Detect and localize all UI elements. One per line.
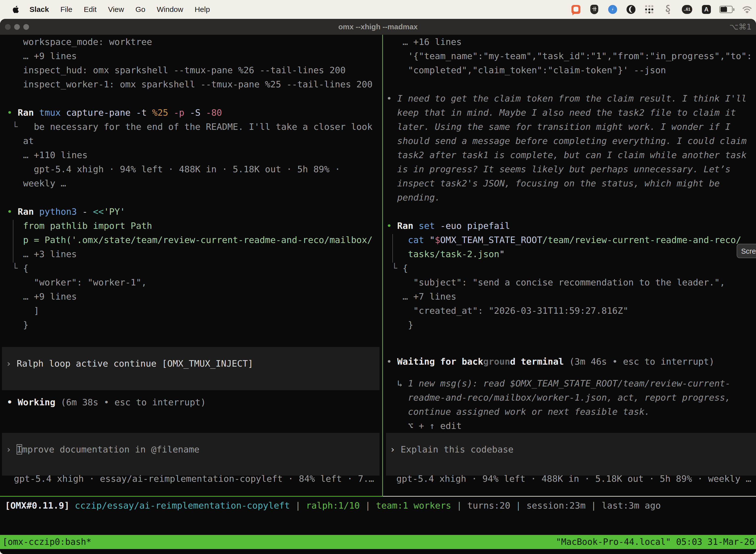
terminal-line: weekly … bbox=[7, 176, 382, 190]
squiggle-icon[interactable] bbox=[662, 4, 673, 15]
terminal-line: … +16 lines bbox=[386, 35, 756, 49]
omx-status-line: [OMX#0.11.9] cczip/essay/ai-reimplementa… bbox=[5, 498, 756, 512]
tmux-host-clock: "MacBook-Pro-44.local" 05:03 31-Mar-26 bbox=[556, 535, 755, 549]
indent-guide bbox=[13, 220, 13, 263]
terminal-line: cat "$OMX_TEAM_STATE_ROOT/team/review-cu… bbox=[386, 233, 756, 247]
apple-menu-icon[interactable] bbox=[12, 5, 20, 14]
terminal-line: should send a message before completing … bbox=[386, 134, 756, 148]
terminal-line: inspect_worker-1: omx sparkshell --tmux-… bbox=[7, 77, 382, 91]
terminal-line: … +3 lines bbox=[7, 247, 382, 261]
terminal-line: … +7 lines bbox=[386, 289, 756, 303]
menu-item-file[interactable]: File bbox=[55, 5, 78, 14]
terminal-line: workspace_mode: worktree bbox=[7, 35, 382, 49]
terminal-line: from pathlib import Path bbox=[7, 219, 382, 233]
terminal-line: "completed","claim_token":"claim-token"}… bbox=[386, 63, 756, 77]
terminal-line: } bbox=[386, 318, 756, 332]
terminal-line: } bbox=[7, 318, 382, 332]
terminal-line: inspect task2's JSON, focusing on the st… bbox=[386, 176, 756, 190]
shield-icon[interactable] bbox=[589, 4, 600, 15]
terminal-window: omx --xhigh --madmax ⌥⌘1 workspace_mode:… bbox=[0, 19, 756, 554]
terminal-line: "subject": "send a concise recommendatio… bbox=[386, 275, 756, 289]
mailbox-message-block: ↳ 1 new msg(s): read $OMX_TEAM_STATE_ROO… bbox=[386, 376, 731, 433]
terminal-line bbox=[7, 91, 382, 106]
terminal-line: … +9 lines bbox=[7, 289, 382, 303]
terminal-line: task2 after task1 is complete, but can I… bbox=[386, 148, 756, 162]
count-badge-label: ..61 bbox=[682, 5, 692, 14]
screen: Slack File Edit View Go Window Help bbox=[0, 0, 756, 554]
text-cursor[interactable]: I bbox=[17, 444, 22, 454]
omx-status-bar: [OMX#0.11.9] cczip/essay/ai-reimplementa… bbox=[5, 498, 756, 512]
active-pane-border bbox=[0, 496, 382, 497]
input-source-icon[interactable]: A bbox=[701, 4, 712, 15]
terminal-line: tasks/task-2.json" bbox=[386, 247, 756, 261]
terminal-line bbox=[386, 77, 756, 91]
right-pane-output: … +16 lines '{"team_name":"my-team","tas… bbox=[383, 35, 756, 332]
terminal-line: pending. bbox=[386, 190, 756, 205]
speed-icon[interactable] bbox=[607, 4, 618, 15]
moon-icon[interactable] bbox=[626, 4, 636, 15]
ralph-loop-status-line: › Ralph loop active continue [OMX_TMUX_I… bbox=[2, 356, 379, 371]
wifi-icon[interactable] bbox=[742, 4, 753, 15]
mailbox-message-line: continue assigned work or next feasible … bbox=[386, 404, 731, 419]
left-pane-status: gpt-5.4 xhigh · essay/ai-reimplementatio… bbox=[14, 472, 374, 486]
right-prompt-input[interactable]: › Explain this codebase bbox=[386, 433, 756, 476]
input-source-label: A bbox=[702, 5, 711, 14]
terminal-line: gpt-5.4 xhigh · 94% left · 488K in · 5.1… bbox=[7, 162, 382, 176]
menu-item-slack[interactable]: Slack bbox=[24, 5, 55, 14]
terminal-line: "worker": "worker-1", bbox=[7, 275, 382, 289]
terminal-line: inspect_hud: omx sparkshell --tmux-pane … bbox=[7, 63, 382, 77]
tmux-status-bar: [omx-cczip0:bash* "MacBook-Pro-44.local"… bbox=[0, 535, 756, 549]
mailbox-message-line: readme-and-reco/mailbox/worker-1.json, a… bbox=[386, 390, 731, 404]
terminal-line: • Ran tmux capture-pane -t %25 -p -S -80 bbox=[7, 106, 382, 120]
terminal-line: └ { bbox=[386, 261, 756, 275]
terminal-line: ] bbox=[7, 303, 382, 318]
window-shortcut: ⌥⌘1 bbox=[730, 19, 752, 35]
working-status: • Working (6m 38s • esc to interrupt) bbox=[7, 395, 206, 409]
terminal-line: p = Path('.omx/state/team/review-current… bbox=[7, 233, 382, 247]
menu-item-help[interactable]: Help bbox=[189, 5, 216, 14]
chat-icon[interactable] bbox=[570, 4, 581, 15]
dots-grid-icon[interactable] bbox=[644, 4, 655, 15]
terminal-line: is in progress? It seems likely but perh… bbox=[386, 162, 756, 176]
terminal-line: keep that in mind. Maybe I also need the… bbox=[386, 106, 756, 120]
window-title-bar[interactable]: omx --xhigh --madmax ⌥⌘1 bbox=[0, 19, 756, 35]
left-prompt-input[interactable]: › Improve documentation in @filename bbox=[2, 433, 379, 476]
tmux-session-label[interactable]: [omx-cczip0:bash* bbox=[2, 535, 91, 549]
screen-share-tooltip: Scre bbox=[737, 244, 756, 258]
terminal-line bbox=[7, 190, 382, 205]
window-title: omx --xhigh --madmax bbox=[0, 19, 756, 35]
menu-item-edit[interactable]: Edit bbox=[78, 5, 103, 14]
indent-guide bbox=[392, 234, 393, 263]
menu-bar: Slack File Edit View Go Window Help bbox=[0, 0, 756, 19]
terminal-line bbox=[386, 205, 756, 219]
terminal-line: at bbox=[7, 134, 382, 148]
terminal-line: └ be necessary for the end of the README… bbox=[7, 120, 382, 134]
right-model-status-line: gpt-5.4 xhigh · 94% left · 488K in · 5.1… bbox=[396, 472, 751, 486]
battery-icon[interactable] bbox=[719, 4, 734, 15]
mailbox-message-line: ↳ 1 new msg(s): read $OMX_TEAM_STATE_ROO… bbox=[386, 376, 731, 390]
right-prompt-line: › Explain this codebase bbox=[386, 442, 756, 456]
waiting-status-line: • Waiting for background terminal (3m 46… bbox=[386, 354, 714, 369]
terminal-line: … +9 lines bbox=[7, 49, 382, 63]
terminal-line: └ { bbox=[7, 261, 382, 275]
inactive-pane-border bbox=[383, 496, 756, 497]
ralph-loop-panel: › Ralph loop active continue [OMX_TMUX_I… bbox=[2, 347, 379, 390]
left-model-status-line: gpt-5.4 xhigh · essay/ai-reimplementatio… bbox=[14, 472, 374, 486]
menu-item-go[interactable]: Go bbox=[130, 5, 151, 14]
terminal-line: • I need to get the claim token from the… bbox=[386, 91, 756, 106]
count-badge-icon[interactable]: ..61 bbox=[681, 4, 693, 15]
terminal-line: later. Using the same for transition mig… bbox=[386, 120, 756, 134]
terminal-line: '{"team_name":"my-team","task_id":"1","f… bbox=[386, 49, 756, 63]
left-pane-output: workspace_mode: worktree … +9 lines insp… bbox=[0, 35, 382, 332]
terminal-line: … +110 lines bbox=[7, 148, 382, 162]
waiting-status: • Waiting for background terminal (3m 46… bbox=[386, 354, 714, 369]
menu-item-window[interactable]: Window bbox=[151, 5, 189, 14]
terminal-line: "created_at": "2026-03-31T11:59:27.816Z" bbox=[386, 303, 756, 318]
menu-bar-left: Slack File Edit View Go Window Help bbox=[0, 5, 215, 14]
mailbox-message-line: ⌥ + ↑ edit bbox=[386, 419, 731, 433]
left-prompt-line: › Improve documentation in @filename bbox=[2, 442, 379, 456]
menu-item-view[interactable]: View bbox=[102, 5, 129, 14]
terminal-line: • Ran set -euo pipefail bbox=[386, 219, 756, 233]
terminal-line: • Ran python3 - <<'PY' bbox=[7, 205, 382, 219]
menu-bar-status-icons: ..61 A bbox=[570, 0, 753, 19]
